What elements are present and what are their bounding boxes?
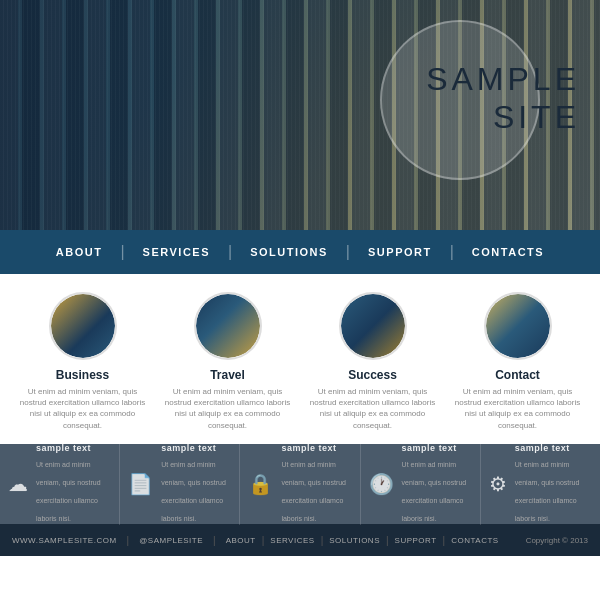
- gear-icon: ⚙: [489, 472, 507, 496]
- feature-business-image: [49, 292, 117, 360]
- bottom-sep-1: |: [127, 535, 130, 546]
- nav-item-contacts[interactable]: CONTACTS: [454, 230, 562, 274]
- feature-contact-image: [484, 292, 552, 360]
- feature-contact: Contact Ut enim ad minim veniam, quis no…: [453, 292, 583, 431]
- nav-item-about[interactable]: ABOUT: [38, 230, 121, 274]
- footer-col-4-text: sample text Ut enim ad minim veniam, qui…: [515, 443, 592, 525]
- nav-item-support[interactable]: SUPPORT: [350, 230, 450, 274]
- footer-col-3-text: sample text Ut enim ad minim veniam, qui…: [402, 443, 472, 525]
- footer-col-4: ⚙ sample text Ut enim ad minim veniam, q…: [481, 443, 600, 525]
- feature-travel: Travel Ut enim ad minim veniam, quis nos…: [163, 292, 293, 431]
- features-section: Business Ut enim ad minim veniam, quis n…: [0, 274, 600, 444]
- feature-success-text: Ut enim ad minim veniam, quis nostrud ex…: [308, 386, 438, 431]
- bottom-website[interactable]: WWW.SAMPLESITE.COM: [12, 536, 117, 545]
- feature-success-image: [339, 292, 407, 360]
- bottom-nav-contacts[interactable]: CONTACTS: [451, 536, 498, 545]
- footer-col-2-text: sample text Ut enim ad minim veniam, qui…: [281, 443, 351, 525]
- nav-item-services[interactable]: SERVICES: [125, 230, 228, 274]
- feature-success: Success Ut enim ad minim veniam, quis no…: [308, 292, 438, 431]
- footer-info-section: ☁ sample text Ut enim ad minim veniam, q…: [0, 444, 600, 524]
- feature-contact-text: Ut enim ad minim veniam, quis nostrud ex…: [453, 386, 583, 431]
- bottom-sep-4: |: [321, 535, 324, 546]
- hero-title: SAMPLE SITE: [426, 60, 580, 137]
- bottom-sep-3: |: [262, 535, 265, 546]
- hero-section: SAMPLE SITE: [0, 0, 600, 230]
- lock-icon: 🔒: [248, 472, 273, 496]
- document-icon: 📄: [128, 472, 153, 496]
- bottom-social[interactable]: @SAMPLESITE: [139, 536, 203, 545]
- clock-icon: 🕐: [369, 472, 394, 496]
- bottom-nav-about[interactable]: ABOUT: [226, 536, 256, 545]
- feature-travel-text: Ut enim ad minim veniam, quis nostrud ex…: [163, 386, 293, 431]
- nav-item-solutions[interactable]: SOLUTIONS: [232, 230, 346, 274]
- bottom-nav: ABOUT | SERVICES | SOLUTIONS | SUPPORT |…: [226, 535, 499, 546]
- bottom-nav-support[interactable]: SUPPORT: [395, 536, 437, 545]
- bottom-bar: WWW.SAMPLESITE.COM | @SAMPLESITE | ABOUT…: [0, 524, 600, 556]
- footer-col-0-text: sample text Ut enim ad minim veniam, qui…: [36, 443, 111, 525]
- bottom-nav-services[interactable]: SERVICES: [270, 536, 314, 545]
- bottom-sep-6: |: [443, 535, 446, 546]
- bottom-nav-solutions[interactable]: SOLUTIONS: [329, 536, 380, 545]
- bottom-sep-2: |: [213, 535, 216, 546]
- bottom-bar-left: WWW.SAMPLESITE.COM | @SAMPLESITE | ABOUT…: [12, 535, 499, 546]
- footer-col-1-text: sample text Ut enim ad minim veniam, qui…: [161, 443, 231, 525]
- footer-col-1: 📄 sample text Ut enim ad minim veniam, q…: [120, 443, 240, 525]
- copyright: Copyright © 2013: [526, 536, 588, 545]
- footer-col-3: 🕐 sample text Ut enim ad minim veniam, q…: [361, 443, 481, 525]
- feature-travel-image: [194, 292, 262, 360]
- cloud-icon: ☁: [8, 472, 28, 496]
- feature-contact-title: Contact: [495, 368, 540, 382]
- feature-success-title: Success: [348, 368, 397, 382]
- feature-travel-title: Travel: [210, 368, 245, 382]
- feature-business: Business Ut enim ad minim veniam, quis n…: [18, 292, 148, 431]
- main-nav: ABOUT | SERVICES | SOLUTIONS | SUPPORT |…: [0, 230, 600, 274]
- feature-business-title: Business: [56, 368, 109, 382]
- feature-business-text: Ut enim ad minim veniam, quis nostrud ex…: [18, 386, 148, 431]
- footer-col-0: ☁ sample text Ut enim ad minim veniam, q…: [0, 443, 120, 525]
- bottom-sep-5: |: [386, 535, 389, 546]
- footer-col-2: 🔒 sample text Ut enim ad minim veniam, q…: [240, 443, 360, 525]
